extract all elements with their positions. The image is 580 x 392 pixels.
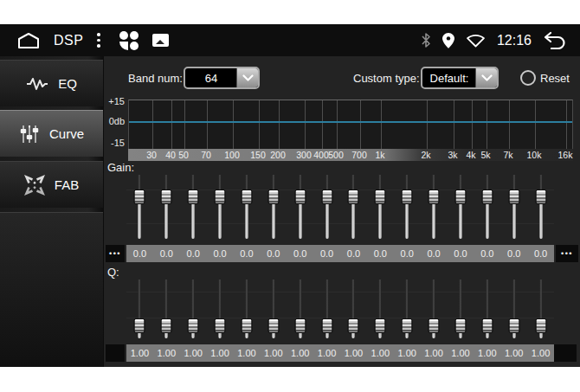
slider-thumb[interactable] bbox=[188, 190, 199, 204]
slider-thumb[interactable] bbox=[161, 190, 172, 204]
grid-line bbox=[152, 100, 153, 149]
gain-value: 0.0 bbox=[207, 245, 234, 262]
gain-slider[interactable] bbox=[313, 175, 340, 241]
slider-track-lower bbox=[245, 333, 248, 338]
slider-thumb[interactable] bbox=[348, 318, 359, 333]
slider-thumb[interactable] bbox=[535, 190, 546, 204]
sidebar-item-curve[interactable]: Curve bbox=[0, 110, 103, 157]
gain-slider[interactable] bbox=[474, 175, 500, 241]
gain-slider[interactable] bbox=[260, 175, 287, 241]
slider-thumb[interactable] bbox=[161, 318, 172, 333]
slider-track-upper bbox=[192, 280, 195, 318]
slider-thumb[interactable] bbox=[375, 318, 386, 333]
frequency-axis: 304050701001502003004005007001k2k3k4k5k7… bbox=[128, 149, 573, 161]
sidebar-item-eq[interactable]: EQ bbox=[0, 60, 103, 106]
gallery-icon[interactable] bbox=[152, 34, 169, 47]
gain-slider[interactable] bbox=[126, 175, 153, 241]
gain-slider[interactable] bbox=[207, 175, 234, 241]
freq-tick-label: 40 bbox=[165, 150, 176, 160]
slider-thumb[interactable] bbox=[294, 318, 306, 333]
slider-thumb[interactable] bbox=[535, 318, 546, 333]
q-slider[interactable] bbox=[180, 280, 207, 340]
slider-thumb[interactable] bbox=[454, 190, 466, 204]
slider-track-upper bbox=[459, 280, 461, 318]
location-pin-icon[interactable] bbox=[442, 33, 454, 48]
slider-thumb[interactable] bbox=[241, 190, 252, 204]
gain-slider[interactable] bbox=[180, 175, 207, 241]
q-slider[interactable] bbox=[207, 280, 234, 340]
slider-thumb[interactable] bbox=[188, 318, 199, 333]
slider-thumb[interactable] bbox=[267, 190, 279, 204]
q-slider[interactable] bbox=[394, 280, 421, 340]
slider-thumb[interactable] bbox=[294, 190, 306, 204]
slider-thumb[interactable] bbox=[348, 190, 359, 204]
slider-thumb[interactable] bbox=[508, 190, 519, 204]
slider-thumb[interactable] bbox=[321, 190, 332, 204]
q-slider[interactable] bbox=[474, 280, 500, 340]
db-label-min: -15 bbox=[111, 138, 125, 148]
freq-tick-label: 50 bbox=[178, 150, 189, 160]
gain-slider[interactable] bbox=[153, 175, 180, 241]
grid-line bbox=[472, 100, 473, 149]
q-value: 1.00 bbox=[394, 344, 421, 362]
slider-thumb[interactable] bbox=[454, 318, 466, 333]
gain-slider[interactable] bbox=[367, 175, 394, 241]
slider-thumb[interactable] bbox=[215, 190, 226, 204]
gain-slider[interactable] bbox=[287, 175, 313, 241]
q-slider[interactable] bbox=[340, 280, 367, 340]
reset-radio[interactable] bbox=[520, 70, 536, 86]
gain-slider[interactable] bbox=[448, 175, 474, 241]
q-slider[interactable] bbox=[234, 280, 261, 340]
slider-track-upper bbox=[299, 175, 301, 190]
slider-thumb[interactable] bbox=[481, 318, 493, 333]
freq-tick-label: 70 bbox=[201, 150, 211, 160]
gain-slider[interactable] bbox=[527, 175, 554, 241]
q-slider[interactable] bbox=[260, 280, 287, 340]
q-slider[interactable] bbox=[500, 280, 527, 340]
apps-clover-icon[interactable] bbox=[119, 31, 139, 50]
q-slider[interactable] bbox=[367, 280, 394, 340]
top-bar-right: 12:16 bbox=[421, 31, 580, 49]
home-icon[interactable] bbox=[17, 32, 40, 49]
q-slider[interactable] bbox=[313, 280, 340, 340]
gain-more-right-button[interactable]: ••• bbox=[556, 245, 578, 262]
q-slider[interactable] bbox=[527, 280, 554, 340]
band-num-dropdown[interactable]: 64 bbox=[184, 67, 260, 89]
q-slider[interactable] bbox=[448, 280, 474, 340]
slider-thumb[interactable] bbox=[508, 318, 519, 333]
wifi-icon[interactable] bbox=[466, 33, 486, 48]
q-slider[interactable] bbox=[153, 280, 180, 340]
slider-thumb[interactable] bbox=[429, 318, 440, 333]
sidebar-item-fab[interactable]: FAB bbox=[0, 161, 103, 208]
slider-thumb[interactable] bbox=[429, 190, 440, 204]
back-return-icon[interactable] bbox=[543, 31, 566, 49]
gain-slider[interactable] bbox=[500, 175, 527, 241]
gain-slider[interactable] bbox=[234, 175, 261, 241]
custom-type-dropdown[interactable]: Default: bbox=[421, 67, 499, 89]
q-slider[interactable] bbox=[287, 280, 313, 340]
slider-thumb[interactable] bbox=[215, 318, 226, 333]
slider-thumb[interactable] bbox=[321, 318, 332, 333]
app-title: DSP bbox=[54, 33, 83, 48]
q-slider[interactable] bbox=[126, 280, 153, 340]
freq-tick-label: 500 bbox=[328, 150, 344, 160]
eq-curve-plot[interactable] bbox=[128, 100, 573, 149]
slider-track-upper bbox=[219, 280, 222, 318]
slider-thumb[interactable] bbox=[267, 318, 279, 333]
gain-slider[interactable] bbox=[421, 175, 448, 241]
gain-slider[interactable] bbox=[394, 175, 421, 241]
slider-thumb[interactable] bbox=[402, 190, 413, 204]
slider-track-lower bbox=[539, 333, 543, 338]
slider-thumb[interactable] bbox=[402, 318, 413, 333]
slider-track-upper bbox=[139, 175, 141, 190]
overflow-menu-icon[interactable] bbox=[97, 33, 100, 48]
gain-more-left-button[interactable]: ••• bbox=[106, 245, 125, 262]
bluetooth-icon[interactable] bbox=[421, 32, 431, 48]
slider-thumb[interactable] bbox=[481, 190, 493, 204]
q-slider[interactable] bbox=[421, 280, 448, 340]
slider-thumb[interactable] bbox=[134, 318, 145, 333]
gain-slider[interactable] bbox=[340, 175, 367, 241]
slider-thumb[interactable] bbox=[134, 190, 145, 204]
slider-thumb[interactable] bbox=[241, 318, 252, 333]
slider-thumb[interactable] bbox=[375, 190, 386, 204]
